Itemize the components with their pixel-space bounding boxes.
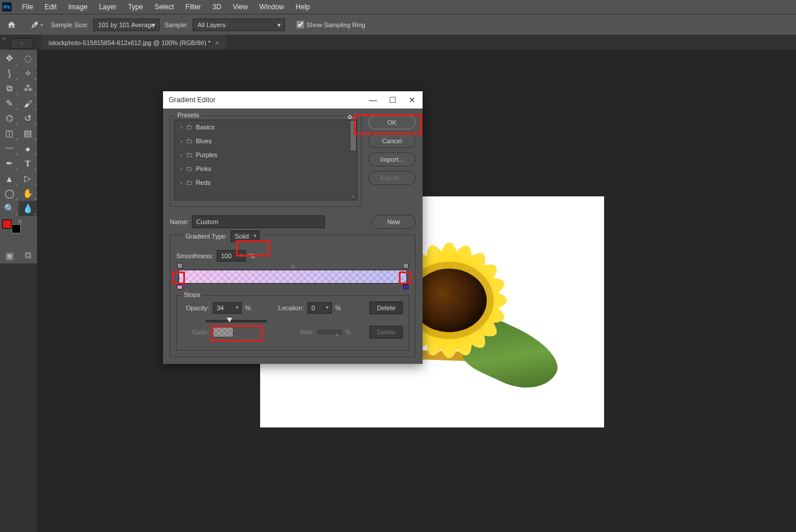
import-button[interactable]: Import...: [368, 152, 416, 166]
folder-icon: 🗀: [186, 137, 192, 144]
tab-close-icon[interactable]: ×: [215, 39, 219, 46]
preset-scrollbar[interactable]: [350, 120, 357, 151]
location-input[interactable]: 0: [308, 302, 332, 314]
folder-icon: 🗀: [186, 124, 192, 131]
gradient-bar[interactable]: [179, 270, 407, 284]
close-icon[interactable]: ✕: [408, 95, 417, 105]
midpoint-diamond[interactable]: [290, 265, 295, 269]
path-select-tool[interactable]: ▲: [0, 171, 18, 186]
menu-layer[interactable]: Layer: [93, 3, 122, 11]
direct-select-tool[interactable]: ▷: [18, 171, 37, 186]
minimize-icon[interactable]: —: [368, 95, 377, 105]
lasso-tool[interactable]: ⟆: [0, 66, 18, 81]
shape-tool[interactable]: ◯: [0, 186, 18, 201]
stops-label: Stops: [182, 291, 202, 298]
tool-indicator-eyedropper[interactable]: ▾: [28, 18, 46, 32]
gradient-type-label: Gradient Type:: [186, 233, 227, 240]
opacity-stop-left[interactable]: [177, 263, 183, 269]
gradient-tool[interactable]: ▤: [18, 126, 37, 141]
dialog-title: Gradient Editor: [169, 96, 216, 104]
screenmode-icon[interactable]: ⧉: [18, 248, 37, 262]
zoom-tool[interactable]: 🔍: [0, 201, 18, 216]
color-sampler-tool[interactable]: 💧: [18, 201, 37, 216]
brush-tool[interactable]: 🖌: [18, 96, 37, 111]
center-disc: [412, 269, 487, 332]
clone-tool[interactable]: ⌬: [0, 111, 18, 126]
quickmask-icon[interactable]: ▣: [0, 248, 18, 262]
presets-label: Presets: [175, 111, 201, 118]
marquee-tool[interactable]: ◌: [18, 51, 37, 66]
menu-view[interactable]: View: [227, 3, 254, 11]
slider-thumb[interactable]: [227, 318, 232, 322]
menu-edit[interactable]: Edit: [39, 3, 62, 11]
foreground-color-swatch[interactable]: [2, 220, 12, 229]
preset-folder-pinks[interactable]: ›🗀Pinks: [175, 162, 357, 176]
gradient-preview[interactable]: [179, 270, 407, 284]
menu-3d[interactable]: 3D: [206, 3, 227, 11]
folder-icon: 🗀: [186, 165, 192, 172]
sample-size-label: Sample Size:: [51, 21, 88, 28]
menu-help[interactable]: Help: [290, 3, 316, 11]
move-tool[interactable]: ✥: [0, 51, 18, 66]
sample-size-select[interactable]: 101 by 101 Average: [93, 18, 160, 31]
show-sampling-ring-check[interactable]: Show Sampling Ring: [297, 21, 365, 28]
gradient-type-select[interactable]: Solid: [231, 230, 260, 242]
cancel-button[interactable]: Cancel: [368, 134, 416, 148]
home-button[interactable]: [6, 20, 17, 29]
delete-opacity-stop-button[interactable]: Delete: [369, 302, 403, 314]
menu-image[interactable]: Image: [62, 3, 93, 11]
document-tab[interactable]: istockphoto-515815854-612x612.jpg @ 100%…: [42, 35, 226, 50]
opacity-slider[interactable]: [206, 320, 266, 322]
preset-folder-purples[interactable]: ›🗀Purples: [175, 148, 357, 162]
blur-tool[interactable]: 〰: [0, 141, 18, 156]
swap-colors-icon[interactable]: ⤭: [17, 218, 22, 225]
location-label: Location:: [277, 304, 304, 311]
percent-label: %: [345, 329, 351, 336]
background-color-swatch[interactable]: [12, 224, 21, 233]
opacity-stop-right[interactable]: [403, 263, 409, 269]
preset-folder-basics[interactable]: ›🗀Basics: [175, 120, 357, 134]
chevron-right-icon: ›: [180, 124, 183, 131]
menu-window[interactable]: Window: [254, 3, 290, 11]
smoothness-input[interactable]: 100: [217, 250, 246, 262]
color-swatches[interactable]: ⤭: [2, 220, 16, 233]
preset-list[interactable]: ›🗀Basics ›🗀Blues ›🗀Purples ›🗀Pinks ›🗀Red…: [174, 120, 357, 200]
export-button[interactable]: Export...: [368, 171, 416, 185]
options-bar: ▾ Sample Size: 101 by 101 Average Sample…: [0, 14, 796, 35]
show-sampling-ring-checkbox[interactable]: [297, 21, 304, 28]
type-tool[interactable]: T: [18, 156, 37, 171]
menu-file[interactable]: File: [16, 3, 39, 11]
eraser-tool[interactable]: ◫: [0, 126, 18, 141]
chevron-down-icon[interactable]: ⌄: [351, 193, 356, 199]
magic-wand-tool[interactable]: ✧: [18, 66, 37, 81]
history-brush-tool[interactable]: ↺: [18, 111, 37, 126]
maximize-icon[interactable]: ☐: [388, 95, 397, 105]
spot-heal-tool[interactable]: ✎: [0, 96, 18, 111]
pen-tool[interactable]: ✒: [0, 156, 18, 171]
main-menu-bar: Ps File Edit Image Layer Type Select Fil…: [0, 0, 796, 14]
ok-button[interactable]: OK: [368, 116, 416, 129]
preset-folder-reds[interactable]: ›🗀Reds: [175, 176, 357, 189]
show-sampling-ring-label: Show Sampling Ring: [306, 21, 365, 28]
new-button[interactable]: New: [372, 215, 416, 229]
name-input[interactable]: [192, 215, 325, 228]
dialog-titlebar[interactable]: Gradient Editor — ☐ ✕: [163, 91, 423, 109]
opacity-input[interactable]: 34: [213, 302, 242, 314]
sample-select[interactable]: All Layers: [192, 18, 285, 31]
chevron-right-icon: ›: [180, 179, 183, 186]
document-tab-bar: istockphoto-515815854-612x612.jpg @ 100%…: [0, 35, 796, 50]
hand-tool[interactable]: ✋: [18, 186, 37, 201]
delete-color-stop-button: Delete: [369, 326, 403, 338]
preset-folder-blues[interactable]: ›🗀Blues: [175, 134, 357, 148]
color-stop-right[interactable]: [403, 285, 409, 292]
menu-filter[interactable]: Filter: [180, 3, 207, 11]
eyedropper-tool[interactable]: ⁂: [18, 81, 37, 96]
dialog-body: Presets ✿₊ ›🗀Basics ›🗀Blues ›🗀Purples ›🗀…: [163, 109, 423, 364]
menu-select[interactable]: Select: [149, 3, 179, 11]
sample-label: Sample:: [164, 21, 187, 28]
dodge-tool[interactable]: ●: [18, 141, 37, 156]
crop-tool[interactable]: ⧉: [0, 81, 18, 96]
collapsed-panel[interactable]: ≡: [10, 38, 34, 49]
expand-panel-icon[interactable]: ‹‹: [2, 36, 6, 42]
menu-type[interactable]: Type: [122, 3, 149, 11]
